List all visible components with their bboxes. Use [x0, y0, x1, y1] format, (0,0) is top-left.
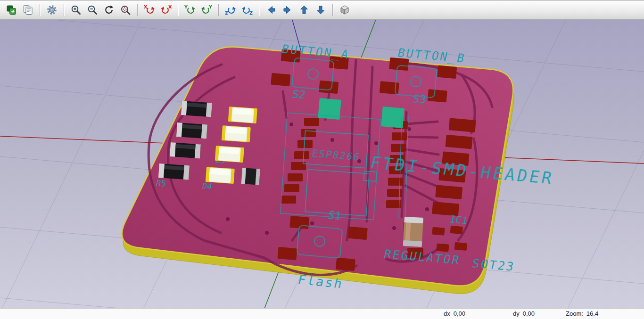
- led: [215, 146, 244, 163]
- status-dy: dy 0,00: [513, 310, 535, 317]
- svg-text:Y: Y: [184, 4, 188, 9]
- arrow-right-icon: [282, 4, 293, 16]
- resistor: [158, 164, 190, 180]
- render-options-button[interactable]: [44, 3, 59, 17]
- rotate-y-cw-button[interactable]: Y: [182, 3, 198, 17]
- rotate-z-cw-button[interactable]: Z: [223, 3, 238, 17]
- dy-value: 0,00: [523, 310, 535, 317]
- zoom-label: Zoom:: [566, 310, 583, 317]
- silkscreen-label-ic1: IC1: [448, 213, 469, 226]
- resistor: [176, 123, 207, 139]
- toolbar-separator: [40, 4, 40, 16]
- resistor: [170, 142, 201, 158]
- toolbar-separator: [218, 4, 219, 16]
- rotate-y-ccw-button[interactable]: Y: [199, 3, 214, 17]
- move-left-button[interactable]: [264, 3, 279, 17]
- rotate-z-ccw-icon: Z: [241, 4, 253, 16]
- rotate-x-ccw-button[interactable]: X: [158, 3, 173, 17]
- 3d-viewport[interactable]: BUTTON_A BUTTON_B S2 S3 ESP8266 FTDI-SMD…: [0, 20, 644, 308]
- zoom-out-icon: [87, 4, 98, 16]
- svg-text:Z: Z: [249, 10, 253, 16]
- silkscreen-label-s1: S1: [327, 209, 342, 222]
- copy-image-icon: [22, 4, 33, 16]
- 3d-viewer-window: X X Y Y: [0, 0, 644, 319]
- led: [206, 167, 235, 184]
- redraw-button[interactable]: [101, 3, 116, 17]
- zoom-in-icon: [70, 4, 82, 16]
- rotate-z-ccw-button[interactable]: Z: [239, 3, 255, 17]
- dy-label: dy: [513, 310, 520, 317]
- move-right-button[interactable]: [280, 3, 295, 17]
- resistor: [181, 101, 212, 117]
- zoom-in-button[interactable]: [68, 3, 83, 17]
- orthographic-projection-button[interactable]: [337, 3, 352, 17]
- rotate-x-ccw-icon: X: [160, 4, 172, 16]
- status-bar: dx 0,00 dy 0,00 Zoom: 16,4: [0, 308, 644, 319]
- arrow-down-icon: [315, 4, 326, 16]
- status-zoom: Zoom: 16,4: [566, 310, 598, 317]
- rotate-x-cw-icon: X: [143, 4, 156, 16]
- rotate-y-ccw-icon: Y: [200, 4, 213, 16]
- redraw-icon: [103, 4, 115, 16]
- capacitor-brown: [403, 217, 423, 247]
- led: [222, 125, 251, 142]
- rotate-x-cw-button[interactable]: X: [142, 3, 157, 17]
- pcb-3d-scene: BUTTON_A BUTTON_B S2 S3 ESP8266 FTDI-SMD…: [0, 20, 644, 308]
- led: [228, 106, 257, 123]
- zoom-out-button[interactable]: [85, 3, 100, 17]
- toolbar-separator: [64, 4, 64, 16]
- toolbar: X X Y Y: [0, 0, 644, 20]
- zoom-to-fit-button[interactable]: [118, 3, 133, 17]
- copy-image-button[interactable]: [20, 3, 35, 17]
- rotate-z-cw-icon: Z: [224, 4, 237, 16]
- move-down-button[interactable]: [313, 3, 328, 17]
- svg-text:Z: Z: [225, 10, 228, 16]
- zoom-value: 16,4: [586, 310, 598, 317]
- capacitor-small: [241, 168, 260, 185]
- zoom-to-fit-icon: [120, 4, 131, 16]
- status-dx: dx 0,00: [444, 310, 465, 317]
- reload-board-button[interactable]: [4, 3, 19, 17]
- toolbar-separator: [137, 4, 138, 16]
- move-up-button[interactable]: [297, 3, 312, 17]
- toolbar-separator: [178, 4, 178, 16]
- dx-value: 0,00: [454, 310, 465, 317]
- silkscreen-label-s2: S2: [291, 88, 306, 101]
- dx-label: dx: [444, 310, 450, 317]
- arrow-up-icon: [298, 4, 310, 16]
- gear-icon: [46, 4, 58, 16]
- toolbar-separator: [332, 4, 333, 16]
- toolbar-separator: [259, 4, 259, 16]
- cube-icon: [339, 4, 350, 16]
- rotate-y-cw-icon: Y: [184, 4, 196, 16]
- reload-board-icon: [6, 4, 17, 16]
- svg-text:X: X: [168, 4, 172, 9]
- silkscreen-label-s3: S3: [412, 92, 427, 106]
- arrow-left-icon: [265, 4, 277, 16]
